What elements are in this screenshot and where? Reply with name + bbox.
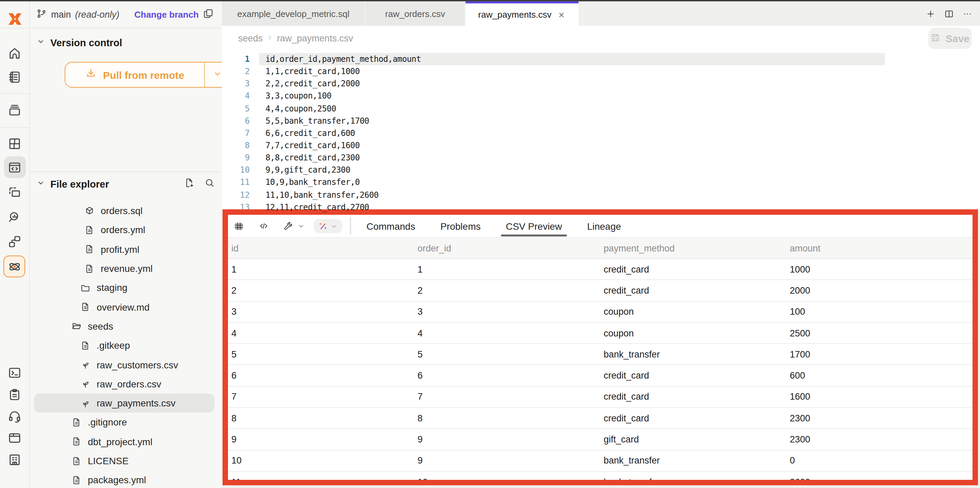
code-editor[interactable]: 1id,order_id,payment_method,amount21,1,c… [222, 53, 902, 214]
change-branch-link[interactable]: Change branch [134, 10, 199, 20]
pull-from-remote-button[interactable]: Pull from remote [65, 62, 231, 88]
sidebar-divider [0, 28, 29, 29]
search-files-button[interactable] [204, 177, 215, 190]
panel-tab-csv-preview[interactable]: CSV Preview [506, 220, 562, 231]
file-item-dbt-project-yml[interactable]: dbt_project.yml [34, 432, 215, 451]
sidebar-item-building[interactable] [0, 452, 29, 467]
editor-tab-raw-orders-csv[interactable]: raw_orders.csv [366, 2, 466, 26]
terminal-icon [8, 365, 22, 380]
table-cell: 9 [414, 456, 600, 466]
code-line: 87,7,credit_card,1600 [222, 139, 902, 152]
sidebar-item-atom[interactable] [3, 255, 25, 277]
sidebar-item-selection[interactable] [0, 185, 29, 200]
table-row: 66credit_card600 [228, 365, 972, 387]
table-cell: 2 [228, 285, 414, 296]
sidebar-item-home[interactable] [0, 46, 29, 60]
sidebar-item-notebook[interactable] [0, 69, 29, 84]
editor-tab-raw-payments-csv[interactable]: raw_payments.csv [466, 2, 579, 26]
file-item-orders-yml[interactable]: orders.yml [34, 220, 215, 240]
table-cell: 1000 [786, 264, 972, 274]
version-control-header[interactable]: Version control [36, 37, 215, 48]
column-header-order_id: order_id [414, 243, 600, 253]
code-line: 76,6,credit_card,600 [222, 127, 902, 139]
code-text: 11,10,bank_transfer,2600 [266, 189, 379, 201]
table-cell: 10 [414, 477, 600, 481]
file-item-profit-yml[interactable]: profit.yml [34, 239, 215, 259]
file-item-label: profit.yml [101, 244, 140, 255]
panel-tab-lineage[interactable]: Lineage [587, 220, 621, 231]
pull-from-remote-label: Pull from remote [103, 69, 184, 81]
plus-icon[interactable] [926, 8, 936, 19]
copy-icon[interactable] [203, 8, 214, 19]
new-file-icon[interactable] [184, 177, 195, 188]
file-item--gitkeep[interactable]: .gitkeep [34, 336, 215, 355]
clipboard-icon [8, 387, 22, 401]
wrench-icon[interactable] [283, 221, 293, 231]
sidebar-item-code-editor[interactable] [4, 156, 25, 178]
sidebar-item-folder-tabs[interactable] [0, 430, 29, 445]
icon-sidebar [0, 0, 30, 488]
branch-name: main [51, 10, 71, 20]
split-view-icon[interactable] [944, 8, 954, 19]
sidebar-item-dashboard[interactable] [0, 136, 29, 151]
file-item-label: LICENSE [88, 455, 129, 466]
table-row: 33coupon100 [228, 301, 972, 323]
close-tab-icon[interactable] [558, 11, 566, 19]
table-cell: 5 [228, 349, 414, 360]
panel-tab-problems[interactable]: Problems [440, 220, 480, 231]
chevron-down-icon [36, 37, 46, 46]
file-item-overview-md[interactable]: overview.md [34, 297, 215, 317]
table-cell: 7 [414, 392, 600, 402]
search-icon[interactable] [204, 177, 215, 188]
table-cell: credit_card [600, 392, 786, 402]
more-options-icon[interactable] [962, 8, 972, 19]
ai-assist-button[interactable] [314, 219, 342, 233]
table-cell: 10 [228, 456, 414, 466]
tabbar-actions [926, 2, 980, 26]
column-header-id: id [228, 243, 414, 253]
line-number: 2 [222, 65, 255, 78]
file-item-label: staging [97, 282, 127, 293]
editor-tab-label: raw_payments.csv [478, 10, 551, 20]
file-item-label: revenue.yml [101, 263, 153, 274]
file-item--gitignore[interactable]: .gitignore [34, 413, 215, 432]
file-item-orders-sql[interactable]: orders.sql [34, 201, 215, 220]
new-file-button[interactable] [184, 177, 195, 190]
pull-from-remote-main[interactable]: Pull from remote [65, 63, 205, 87]
line-number: 1 [222, 53, 255, 65]
code-tag-icon[interactable] [259, 221, 269, 231]
file-item-revenue-yml[interactable]: revenue.yml [34, 259, 215, 278]
code-line: 109,9,gift_card,2300 [222, 164, 902, 176]
table-row: 11credit_card1000 [228, 259, 972, 280]
file-item-seeds[interactable]: seeds [34, 317, 215, 336]
seed-icon [80, 398, 91, 408]
sidebar-item-terminal[interactable] [0, 365, 29, 380]
table-cell: 4 [228, 328, 414, 338]
table-cell: 1700 [786, 349, 972, 360]
editor-tab-example-develop-metric-sql[interactable]: example_develop_metric.sql [222, 2, 366, 26]
file-item-raw-payments-csv[interactable]: raw_payments.csv [34, 393, 215, 413]
sidebar-item-headset[interactable] [0, 409, 29, 423]
sidebar-item-flow[interactable] [0, 234, 29, 249]
chevron-down-icon[interactable] [297, 222, 305, 230]
breadcrumb-file: raw_payments.csv [277, 33, 353, 43]
magic-wand-icon [318, 221, 328, 231]
sidebar-item-logo[interactable] [0, 11, 29, 27]
line-number: 12 [222, 189, 255, 201]
file-explorer-header[interactable]: File explorer [36, 177, 215, 190]
save-button[interactable]: Save [928, 28, 972, 49]
file-item-staging[interactable]: staging [34, 278, 215, 297]
panel-tab-commands[interactable]: Commands [366, 220, 415, 231]
file-item-raw-customers-csv[interactable]: raw_customers.csv [34, 355, 215, 374]
table-icon[interactable] [234, 220, 244, 231]
sidebar-item-search-insights[interactable] [0, 209, 29, 224]
csv-table-body: 11credit_card100022credit_card200033coup… [228, 259, 972, 481]
file-item-raw-orders-csv[interactable]: raw_orders.csv [34, 374, 215, 393]
editor-tab-label: raw_orders.csv [385, 8, 445, 19]
file-item-label: seeds [88, 321, 113, 332]
table-cell: bank_transfer [600, 477, 786, 481]
file-item-packages-yml[interactable]: packages.yml [34, 471, 215, 488]
sidebar-item-clipboard[interactable] [0, 387, 29, 402]
file-item-license[interactable]: LICENSE [34, 451, 215, 471]
sidebar-item-archive[interactable] [0, 103, 29, 117]
